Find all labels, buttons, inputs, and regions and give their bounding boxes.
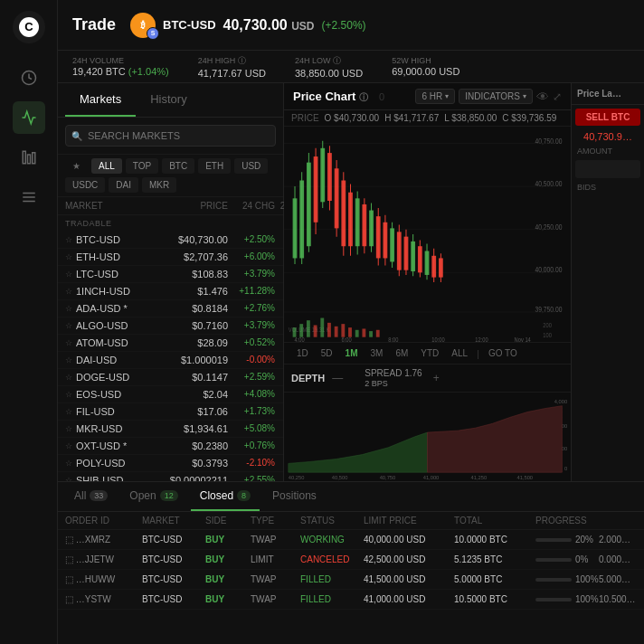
time-6m[interactable]: 6M	[390, 346, 413, 360]
market-row[interactable]: ☆MKR-USD $1,934.61 +5.08% 4.48K	[58, 421, 283, 438]
filter-usdc[interactable]: USDC	[65, 177, 105, 193]
market-table: TRADABLE ☆BTC-USD $40,730.00 +2.50% 19.3…	[58, 215, 283, 481]
chart-expand-icon[interactable]: ⤢	[553, 90, 562, 103]
ticker-change: (+2.50%)	[322, 19, 366, 32]
svg-text:40,250: 40,250	[289, 475, 305, 480]
market-row[interactable]: ☆FIL-USD $17.06 +1.73% 278.76K	[58, 403, 283, 421]
svg-rect-4	[27, 155, 30, 164]
ticker-info: ₿ S BTC-USD 40,730.00 USD (+2.50%)	[130, 13, 366, 38]
star-icon[interactable]: ☆	[65, 321, 72, 330]
filter-usd[interactable]: USD	[234, 158, 268, 174]
sidebar-icon-chart[interactable]	[13, 101, 45, 134]
market-section-tradable: TRADABLE	[58, 215, 283, 232]
svg-rect-70	[320, 318, 324, 337]
bottom-tabs: All 33 Open 12 Closed 8 Positions	[58, 482, 644, 512]
search-icon: 🔍	[71, 131, 82, 141]
depth-chart-area: 4,000 2,000 1,000 0 40,250 40,500 40,750…	[284, 393, 571, 481]
star-icon[interactable]: ☆	[65, 459, 72, 468]
orders-rows: ⬚ …XMRZ BTC-USD BUY TWAP WORKING 40,000.…	[58, 530, 644, 610]
tab-bar: Markets History	[58, 83, 283, 118]
svg-rect-78	[376, 330, 380, 337]
market-row[interactable]: ☆1INCH-USD $1.476 +11.28% 1.84M	[58, 283, 283, 300]
svg-rect-72	[335, 327, 338, 337]
sidebar: C	[0, 0, 58, 644]
time-divider: |	[477, 348, 479, 359]
search-input[interactable]	[65, 125, 276, 147]
tab-positions[interactable]: Positions	[263, 482, 326, 511]
market-row[interactable]: ☆LTC-USD $108.83 +3.79% 253.28K	[58, 266, 283, 283]
tab-all[interactable]: All 33	[65, 482, 117, 511]
sidebar-icon-history[interactable]	[13, 62, 45, 94]
goto-btn[interactable]: GO TO	[483, 346, 523, 360]
market-row[interactable]: ☆EOS-USD $2.04 +4.08% 1.77M	[58, 386, 283, 403]
filter-btc[interactable]: BTC	[162, 158, 194, 174]
market-row[interactable]: ☆ETH-USD $2,707.36 +6.00% 198.32K	[58, 249, 283, 266]
star-icon[interactable]: ☆	[65, 252, 72, 261]
market-row[interactable]: ☆DOGE-USD $0.1147 +2.59% 225.67M	[58, 369, 283, 386]
market-row[interactable]: ☆ADA-USD * $0.8184 +2.76% 63.34M	[58, 300, 283, 317]
time-5d[interactable]: 5D	[316, 346, 338, 360]
star-icon[interactable]: ☆	[65, 424, 72, 433]
filter-eth[interactable]: ETH	[198, 158, 231, 174]
time-all[interactable]: ALL	[446, 346, 473, 360]
filter-top[interactable]: TOP	[126, 158, 158, 174]
filter-all[interactable]: ALL	[91, 158, 122, 174]
chart-price-info: PRICE O $40,730.00 H $41,717.67 L $38,85…	[284, 110, 571, 127]
star-icon[interactable]: ☆	[65, 441, 72, 450]
tab-markets[interactable]: Markets	[65, 83, 136, 117]
tab-closed[interactable]: Closed 8	[191, 482, 260, 511]
star-icon[interactable]: ☆	[65, 338, 72, 347]
table-row[interactable]: ⬚ …YSTW BTC-USD BUY TWAP FILLED 41,000.0…	[58, 590, 644, 610]
svg-rect-68	[307, 320, 310, 337]
star-icon[interactable]: ☆	[65, 304, 72, 313]
table-row[interactable]: ⬚ …XMRZ BTC-USD BUY TWAP WORKING 40,000.…	[58, 530, 644, 550]
star-icon[interactable]: ☆	[65, 270, 72, 279]
time-1m[interactable]: 1M	[340, 346, 364, 360]
market-row[interactable]: ☆POLY-USD $0.3793 -2.10% 1.51M	[58, 455, 283, 472]
chart-header: Price Chart ⓘ 0 6 HR ▾ INDICATORS ▾ 👁 ⤢	[284, 83, 571, 110]
logo[interactable]: C	[13, 11, 45, 43]
market-row[interactable]: ☆OXT-USD * $0.2380 +0.76% 8.34M	[58, 438, 283, 455]
svg-text:40,500.00: 40,500.00	[535, 179, 563, 188]
market-table-header: MARKET PRICE 24 CHG 24 VOL ▼	[58, 197, 283, 215]
svg-text:4:00: 4:00	[295, 336, 305, 342]
filter-star[interactable]: ★	[65, 158, 88, 174]
depth-section: DEPTH — SPREAD 1.762 BPS + 4,000 2,000 1…	[284, 364, 571, 481]
sidebar-icon-list[interactable]	[13, 181, 45, 213]
star-icon[interactable]: ☆	[65, 390, 72, 399]
ticker-name[interactable]: BTC-USD	[163, 18, 216, 32]
table-row[interactable]: ⬚ …JJETW BTC-USD BUY LIMIT CANCELED 42,5…	[58, 550, 644, 570]
time-ytd[interactable]: YTD	[415, 346, 444, 360]
star-icon[interactable]: ☆	[65, 287, 72, 296]
market-row[interactable]: ☆ATOM-USD $28.09 +0.52% 1.280M	[58, 335, 283, 352]
table-row[interactable]: ⬚ …HUWW BTC-USD BUY TWAP FILLED 41,500.0…	[58, 570, 644, 590]
tab-history[interactable]: History	[136, 83, 201, 117]
star-icon[interactable]: ☆	[65, 373, 72, 382]
filter-dai[interactable]: DAI	[109, 177, 138, 193]
market-row[interactable]: ☆SHIB-USD $0.00002211 +2.55% 1.94T	[58, 472, 283, 481]
center-panel: Price Chart ⓘ 0 6 HR ▾ INDICATORS ▾ 👁 ⤢ …	[284, 83, 572, 481]
depth-minus[interactable]: —	[332, 372, 343, 384]
timeframe-btn[interactable]: 6 HR ▾	[415, 89, 455, 104]
sidebar-icon-bar[interactable]	[13, 141, 45, 174]
star-icon[interactable]: ☆	[65, 235, 72, 244]
amount-input[interactable]	[575, 160, 640, 178]
time-3m[interactable]: 3M	[365, 346, 389, 360]
market-row[interactable]: ☆DAI-USD $1.000019 -0.00% 5.16M	[58, 352, 283, 369]
chart-controls: 6 HR ▾ INDICATORS ▾ 👁 ⤢	[415, 89, 562, 104]
market-row[interactable]: ☆BTC-USD $40,730.00 +2.50% 19.31K	[58, 232, 283, 249]
svg-text:41,250: 41,250	[471, 475, 488, 480]
depth-plus[interactable]: +	[433, 372, 440, 384]
ticker-price: 40,730.00 USD	[223, 17, 315, 33]
star-icon[interactable]: ☆	[65, 407, 72, 416]
sell-btc-button[interactable]: SELL BTC	[575, 109, 640, 126]
filter-mkr[interactable]: MKR	[142, 177, 176, 193]
svg-text:100: 100	[543, 331, 552, 338]
indicators-btn[interactable]: INDICATORS ▾	[459, 89, 533, 104]
time-1d[interactable]: 1D	[291, 346, 314, 360]
svg-rect-75	[355, 330, 359, 337]
tab-open[interactable]: Open 12	[120, 482, 186, 511]
star-icon[interactable]: ☆	[65, 355, 72, 365]
market-row[interactable]: ☆ALGO-USD $0.7160 +3.79% 25.72M	[58, 317, 283, 335]
chart-eye-icon[interactable]: 👁	[536, 90, 549, 104]
